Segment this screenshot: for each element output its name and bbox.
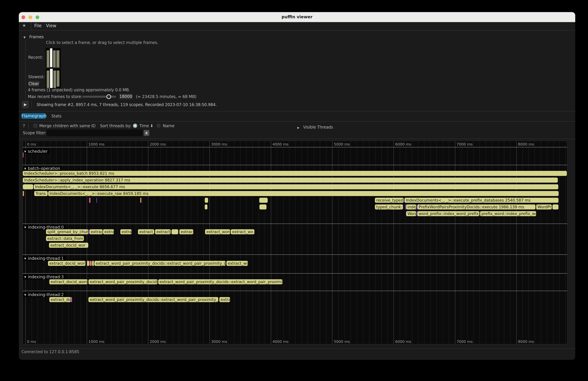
help-button[interactable]: ? <box>23 124 25 128</box>
recent-frames-thumbnail[interactable] <box>46 48 61 67</box>
section-separator <box>23 165 567 165</box>
scope-bar[interactable] <box>71 297 72 302</box>
scope-bar[interactable] <box>140 198 141 203</box>
scope-bar[interactable] <box>417 204 417 210</box>
scope-bar[interactable]: extrac <box>219 297 230 302</box>
scope-bar[interactable]: extract_docid_word <box>49 279 88 284</box>
slider-knob[interactable] <box>106 94 111 99</box>
scope-bar[interactable] <box>92 261 94 266</box>
sort-time-label[interactable]: Time <box>139 124 149 128</box>
scope-bar[interactable] <box>259 204 267 210</box>
frame-info: Showing frame #2, 8957.4 ms, 7 threads, … <box>37 102 217 107</box>
scope-bar[interactable]: extract_ <box>155 229 171 234</box>
scope-bar[interactable]: index <box>406 204 416 210</box>
scope-bar[interactable] <box>23 184 33 189</box>
scope-bar[interactable]: prefix_word::index_prefix_wo <box>480 211 536 216</box>
scope-bar[interactable] <box>96 198 97 203</box>
scope-bar[interactable]: extract_ <box>138 229 154 234</box>
scope-bar[interactable]: Trans <box>34 191 48 196</box>
scope-bar[interactable]: IndexDocuments<_, _>::execute_raw 8459.1… <box>48 191 559 196</box>
merge-checkbox[interactable] <box>33 124 38 128</box>
scope-bar[interactable]: IndexScheduler>::apply_index_operation 8… <box>23 178 558 183</box>
scope-bar[interactable]: extract_wo <box>231 229 254 234</box>
scope-bar[interactable]: Word <box>406 211 416 216</box>
scope-bar[interactable]: extract_word_pair_proximity_docids::extr… <box>88 297 218 302</box>
scope-filter-input[interactable] <box>46 129 143 136</box>
scope-bar[interactable]: extract_docid_wor <box>49 243 88 248</box>
sort-direction-icon[interactable]: ⬇ <box>150 124 153 128</box>
scope-bar[interactable] <box>89 261 92 266</box>
scope-bar[interactable]: extract_wo <box>226 261 248 266</box>
play-button[interactable]: ▶ <box>22 101 29 108</box>
scope-bar[interactable]: extract_word_pair_proximity_docids::extr… <box>158 279 282 284</box>
scope-bar[interactable]: extract::data_from_ob <box>46 236 84 241</box>
scope-bar[interactable]: receive_typed_ <box>375 198 404 203</box>
thread-header-scheduler[interactable]: ▼scheduler <box>23 149 49 154</box>
scope-bar[interactable]: split_grenad_by_chun <box>46 229 88 234</box>
section-separator <box>23 273 567 274</box>
frames-collapse-header[interactable]: ▼ Frames <box>23 33 44 40</box>
scope-bar[interactable]: typed_chunk::w <box>375 204 403 210</box>
scope-bar[interactable]: extract <box>179 229 193 234</box>
thread-header-indexing-thread:0[interactable]: ▼indexing-thread:0 <box>23 225 65 230</box>
scope-bar[interactable] <box>88 229 89 234</box>
scope-bar[interactable]: extract <box>89 229 103 234</box>
scope-bar[interactable]: extract_word_pair_proximity_docids::extr… <box>94 261 226 266</box>
scope-bar[interactable] <box>405 204 406 210</box>
axis-tick-label: 2000 ms <box>149 340 167 344</box>
scope-bar[interactable]: IndexScheduler>::process_batch 8953.821 … <box>23 171 567 176</box>
tab-flamegraph[interactable]: Flamegraph <box>21 113 46 119</box>
menu-view[interactable]: View <box>46 23 56 28</box>
scope-bar[interactable]: IndexDocuments<_, _>::execute 8656.677 m… <box>34 184 558 189</box>
scope-bar[interactable]: extract_docid_word <box>48 261 85 266</box>
max-frames-value[interactable]: 18000 <box>119 94 133 99</box>
status-bar-text: Connected to 127.0.0.1:8585 <box>21 349 79 354</box>
scope-bar[interactable] <box>23 152 23 157</box>
scope-bar[interactable]: PrefixWordPairsProximityDocids::execute … <box>417 204 535 210</box>
axis-tick-label: 4000 ms <box>272 340 289 344</box>
scope-bar[interactable] <box>87 261 89 266</box>
scope-bar[interactable] <box>552 204 558 210</box>
frames-usage-text: 4 frames (1 unpacked) using approximatel… <box>28 88 130 92</box>
slowest-frames-thumbnail[interactable] <box>46 68 61 88</box>
flamegraph-canvas[interactable]: 0 ms0 ms1000 ms1000 ms2000 ms2000 ms3000… <box>22 141 567 344</box>
recent-label: Recent: <box>28 55 43 60</box>
thread-header-indexing-thread:2[interactable]: ▼indexing-thread:2 <box>23 292 65 297</box>
tab-stats[interactable]: Stats <box>51 114 62 119</box>
sort-time-radio[interactable] <box>133 124 137 128</box>
axis-tick-label: 7000 ms <box>456 142 473 146</box>
thread-header-batch-operation[interactable]: ▼batch-operation <box>23 166 62 171</box>
axis-tick-label: 8000 ms <box>517 340 535 344</box>
thread-header-indexing-thread:3[interactable]: ▼indexing-thread:3 <box>23 275 65 279</box>
scope-bar[interactable] <box>205 204 208 210</box>
sort-name-radio[interactable] <box>156 124 161 128</box>
scope-bar[interactable]: extrac <box>120 229 132 234</box>
visible-threads-label: Visible Threads <box>303 125 333 129</box>
scope-bar[interactable] <box>205 198 208 203</box>
scope-bar[interactable]: extract_word <box>205 229 230 234</box>
axis-tick-label: 2000 ms <box>149 142 167 146</box>
scope-bar[interactable]: extract_word_pair_proximity_docids <box>88 279 158 284</box>
clear-filter-button[interactable]: x <box>144 130 149 136</box>
theme-icon[interactable]: ☀ <box>22 23 26 28</box>
max-frames-slider[interactable] <box>83 96 116 98</box>
scope-bar[interactable] <box>417 211 417 216</box>
expand-triangle-icon: ▶ <box>297 126 299 129</box>
scope-bar[interactable]: extract_doc <box>49 297 71 302</box>
merge-checkbox-label[interactable]: Merge children with same ID <box>39 124 95 128</box>
scope-bar[interactable] <box>23 191 24 196</box>
thread-header-indexing-thread:1[interactable]: ▼indexing-thread:1 <box>23 256 65 261</box>
scope-bar[interactable] <box>89 198 90 203</box>
menu-file[interactable]: File <box>34 23 42 28</box>
axis-tick-label: 5000 ms <box>333 142 351 146</box>
scope-bar[interactable]: extra <box>103 229 114 234</box>
axis-tick-label: 7000 ms <box>456 340 473 344</box>
scope-bar[interactable]: word_prefix::index_word_prefix_ <box>417 211 480 216</box>
scope-bar[interactable]: WordPr <box>536 204 552 210</box>
clear-button[interactable]: Clear <box>28 81 39 87</box>
scope-bar[interactable] <box>259 198 268 203</box>
scope-bar[interactable] <box>171 229 178 234</box>
scope-bar[interactable]: IndexDocuments<_, _>::execute_prefix_dat… <box>404 198 558 203</box>
sort-name-label[interactable]: Name <box>163 124 174 128</box>
visible-threads-toggle[interactable]: ▶ Visible Threads <box>297 124 333 130</box>
